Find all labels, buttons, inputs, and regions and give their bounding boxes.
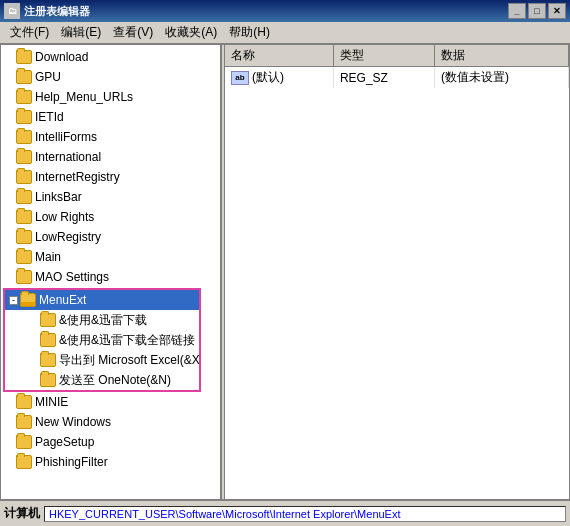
tree-label-newwindows: New Windows (35, 415, 111, 429)
tree-label-linksbar: LinksBar (35, 190, 82, 204)
folder-icon (40, 333, 56, 347)
folder-icon (16, 110, 32, 124)
col-header-data: 数据 (434, 45, 568, 67)
tree-label-internetregistry: InternetRegistry (35, 170, 120, 184)
folder-icon (16, 130, 32, 144)
tree-item-ietld[interactable]: IETId (1, 107, 203, 127)
folder-icon (16, 70, 32, 84)
reg-data-cell: (数值未设置) (434, 67, 568, 89)
tree-label-download: Download (35, 50, 88, 64)
folder-icon (16, 50, 32, 64)
tree-item-intelliforms[interactable]: IntelliForms (1, 127, 203, 147)
menu-file[interactable]: 文件(F) (4, 22, 55, 43)
folder-icon (40, 373, 56, 387)
reg-type-cell: REG_SZ (333, 67, 434, 89)
minimize-button[interactable]: _ (508, 3, 526, 19)
folder-icon (16, 230, 32, 244)
menu-favorites[interactable]: 收藏夹(A) (159, 22, 223, 43)
tree-item-menuext-child3[interactable]: 导出到 Microsoft Excel(&X (5, 350, 199, 370)
col-header-name: 名称 (225, 45, 333, 67)
reg-name-icon: ab (默认) (231, 69, 284, 86)
window-title: 注册表编辑器 (24, 4, 508, 19)
menu-edit[interactable]: 编辑(E) (55, 22, 107, 43)
ab-icon: ab (231, 71, 249, 85)
title-bar-buttons: _ □ ✕ (508, 3, 566, 19)
tree-label-phishingfilter: PhishingFilter (35, 455, 108, 469)
tree-item-download[interactable]: Download (1, 47, 203, 67)
tree-item-menuext-child1[interactable]: &使用&迅雷下载 (5, 310, 199, 330)
tree-label-help-menu-urls: Help_Menu_URLs (35, 90, 133, 104)
tree-label-menuext-child1: &使用&迅雷下载 (59, 312, 147, 329)
folder-icon (16, 415, 32, 429)
folder-icon (16, 250, 32, 264)
tree-item-menuext-child4[interactable]: 发送至 OneNote(&N) (5, 370, 199, 390)
tree-item-maosettings[interactable]: MAO Settings (1, 267, 203, 287)
maximize-button[interactable]: □ (528, 3, 546, 19)
tree-label-intelliforms: IntelliForms (35, 130, 97, 144)
tree-item-menuext-child2[interactable]: &使用&迅雷下载全部链接 (5, 330, 199, 350)
tree-panel[interactable]: Download GPU Help_Menu_URLs IETId (1, 45, 221, 499)
tree-label-lowrights: Low Rights (35, 210, 94, 224)
tree-label-lowregistry: LowRegistry (35, 230, 101, 244)
tree-item-help-menu-urls[interactable]: Help_Menu_URLs (1, 87, 203, 107)
tree-item-newwindows[interactable]: New Windows (1, 412, 203, 432)
tree-item-lowrights[interactable]: Low Rights (1, 207, 203, 227)
folder-icon (40, 353, 56, 367)
tree-item-main[interactable]: Main (1, 247, 203, 267)
folder-icon (16, 270, 32, 284)
tree-item-international[interactable]: International (1, 147, 203, 167)
title-bar: 🗂 注册表编辑器 _ □ ✕ (0, 0, 570, 22)
tree-item-minie[interactable]: MINIE (1, 392, 203, 412)
tree-label-maosettings: MAO Settings (35, 270, 109, 284)
tree-item-lowregistry[interactable]: LowRegistry (1, 227, 203, 247)
registry-table: 名称 类型 数据 ab (默认) REG_SZ (数值未设置) (225, 45, 569, 88)
tree-item-gpu[interactable]: GPU (1, 67, 203, 87)
menu-bar: 文件(F) 编辑(E) 查看(V) 收藏夹(A) 帮助(H) (0, 22, 570, 44)
tree-label-international: International (35, 150, 101, 164)
tree-item-menuext[interactable]: - MenuExt (5, 290, 199, 310)
tree-item-phishingfilter[interactable]: PhishingFilter (1, 452, 203, 472)
tree-label-ietld: IETId (35, 110, 64, 124)
collapse-icon[interactable]: - (9, 296, 18, 305)
status-path: HKEY_CURRENT_USER\Software\Microsoft\Int… (44, 506, 566, 522)
folder-icon (16, 395, 32, 409)
tree-label-minie: MINIE (35, 395, 68, 409)
tree-item-internetregistry[interactable]: InternetRegistry (1, 167, 203, 187)
folder-icon (16, 210, 32, 224)
status-bar: 计算机 HKEY_CURRENT_USER\Software\Microsoft… (0, 500, 570, 526)
col-header-type: 类型 (333, 45, 434, 67)
menu-view[interactable]: 查看(V) (107, 22, 159, 43)
menuext-section: - MenuExt &使用&迅雷下载 &使用&迅雷下载全部链接 (3, 288, 201, 392)
folder-icon (16, 455, 32, 469)
tree-label-pagesetup: PageSetup (35, 435, 94, 449)
app-icon: 🗂 (4, 3, 20, 19)
tree-label-menuext: MenuExt (39, 293, 86, 307)
folder-icon (16, 435, 32, 449)
tree-label-gpu: GPU (35, 70, 61, 84)
reg-name-cell: ab (默认) (225, 67, 333, 89)
table-row[interactable]: ab (默认) REG_SZ (数值未设置) (225, 67, 569, 89)
folder-icon (16, 190, 32, 204)
tree-label-main: Main (35, 250, 61, 264)
folder-open-icon (20, 293, 36, 307)
reg-name: (默认) (252, 69, 284, 86)
folder-icon (16, 90, 32, 104)
tree-inner: Download GPU Help_Menu_URLs IETId (1, 45, 203, 474)
folder-icon (40, 313, 56, 327)
folder-icon (16, 170, 32, 184)
tree-label-menuext-child2: &使用&迅雷下载全部链接 (59, 332, 195, 349)
tree-label-menuext-child4: 发送至 OneNote(&N) (59, 372, 171, 389)
folder-icon (16, 150, 32, 164)
right-panel: 名称 类型 数据 ab (默认) REG_SZ (数值未设置) (225, 45, 569, 499)
tree-label-menuext-child3: 导出到 Microsoft Excel(&X (59, 352, 199, 369)
tree-item-pagesetup[interactable]: PageSetup (1, 432, 203, 452)
main-content: Download GPU Help_Menu_URLs IETId (0, 44, 570, 500)
tree-item-linksbar[interactable]: LinksBar (1, 187, 203, 207)
close-button[interactable]: ✕ (548, 3, 566, 19)
menu-help[interactable]: 帮助(H) (223, 22, 276, 43)
status-label: 计算机 (4, 505, 40, 522)
